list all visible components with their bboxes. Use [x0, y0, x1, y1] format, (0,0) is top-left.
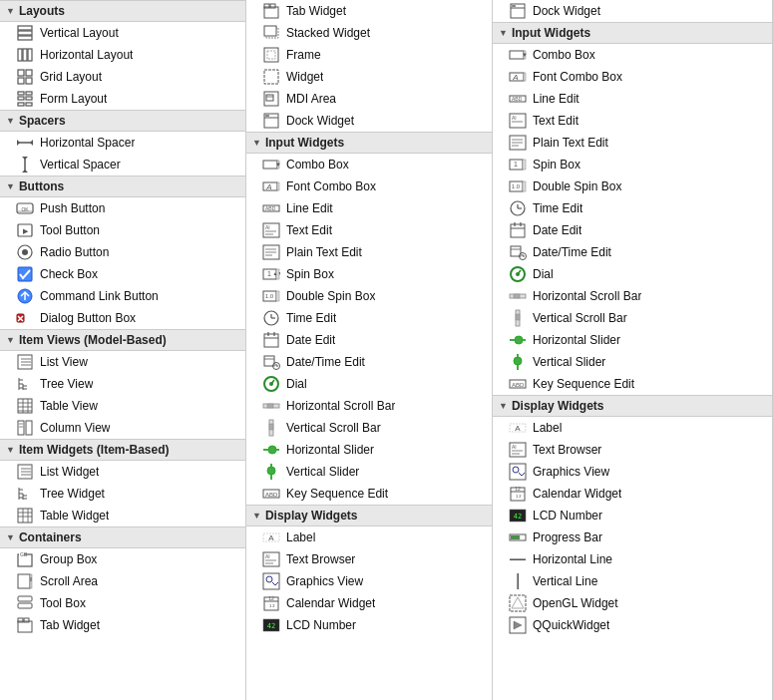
item-h-slider-p3[interactable]: Horizontal Slider — [493, 329, 772, 351]
item-table-view[interactable]: Table View — [0, 395, 245, 417]
item-tool-button[interactable]: ▶ Tool Button — [0, 219, 245, 241]
item-radio-button[interactable]: Radio Button — [0, 241, 245, 263]
item-text-edit-p3[interactable]: AI Text Edit — [493, 110, 772, 132]
item-date-edit-p2[interactable]: Date Edit — [246, 329, 492, 351]
item-text-browser-p3[interactable]: AI Text Browser — [493, 439, 772, 461]
item-dialog-button-box[interactable]: Dialog Button Box — [0, 307, 245, 329]
item-key-sequence-p3[interactable]: ABD Key Sequence Edit — [493, 373, 772, 395]
item-v-line-p3[interactable]: Vertical Line — [493, 570, 772, 592]
item-v-slider-p3[interactable]: Vertical Slider — [493, 351, 772, 373]
item-qquick-widget-p3[interactable]: QQuickWidget — [493, 614, 772, 636]
item-grid-layout[interactable]: Grid Layout — [0, 66, 245, 88]
item-vertical-spacer[interactable]: Vertical Spacer — [0, 154, 245, 175]
item-h-slider-p2[interactable]: Horizontal Slider — [246, 439, 492, 461]
item-dial-p2[interactable]: Dial — [246, 373, 492, 395]
item-plain-text-edit-p2[interactable]: Plain Text Edit — [246, 241, 492, 263]
datetime-edit-icon-p3 — [509, 243, 527, 261]
item-list-widget[interactable]: List Widget — [0, 461, 245, 483]
item-dock-widget-p3[interactable]: Dock Widget — [493, 0, 772, 22]
svg-rect-8 — [18, 78, 24, 84]
section-containers[interactable]: ▼ Containers — [0, 526, 245, 548]
item-v-scroll-bar-p3[interactable]: Vertical Scroll Bar — [493, 307, 772, 329]
item-graphics-view-p2[interactable]: Graphics View — [246, 570, 492, 592]
item-calendar-widget-p3[interactable]: 121 2 Calendar Widget — [493, 483, 772, 505]
item-column-view[interactable]: Column View — [0, 417, 245, 439]
item-label-p2[interactable]: A Label — [246, 526, 492, 548]
item-graphics-view-p3[interactable]: Graphics View — [493, 461, 772, 483]
item-line-edit-p3[interactable]: ABD Line Edit — [493, 88, 772, 110]
section-display-p3[interactable]: ▼ Display Widgets — [493, 395, 772, 417]
time-edit-icon-p3 — [509, 199, 527, 217]
item-widget[interactable]: Widget — [246, 66, 492, 88]
item-combo-box-p3[interactable]: ▼ Combo Box — [493, 44, 772, 66]
item-calendar-widget-p2[interactable]: 121 2 Calendar Widget — [246, 592, 492, 614]
section-item-views[interactable]: ▼ Item Views (Model-Based) — [0, 329, 245, 351]
item-font-combo-box-p2[interactable]: A Font Combo Box — [246, 175, 492, 197]
section-buttons[interactable]: ▼ Buttons — [0, 175, 245, 197]
item-horizontal-layout[interactable]: Horizontal Layout — [0, 44, 245, 66]
item-h-scroll-bar-p2[interactable]: Horizontal Scroll Bar — [246, 395, 492, 417]
item-v-slider-p2[interactable]: Vertical Slider — [246, 461, 492, 483]
section-display-p2[interactable]: ▼ Display Widgets — [246, 505, 492, 526]
v-slider-label-p3: Vertical Slider — [533, 355, 605, 369]
item-push-button[interactable]: OK Push Button — [0, 197, 245, 219]
section-layouts[interactable]: ▼ Layouts — [0, 0, 245, 22]
item-date-edit-p3[interactable]: Date Edit — [493, 219, 772, 241]
item-font-combo-box-p3[interactable]: A Font Combo Box — [493, 66, 772, 88]
item-check-box[interactable]: Check Box — [0, 263, 245, 285]
item-time-edit-p3[interactable]: Time Edit — [493, 197, 772, 219]
item-progress-bar-p3[interactable]: Progress Bar — [493, 526, 772, 548]
check-box-icon — [16, 265, 34, 283]
tree-widget-icon — [16, 485, 34, 503]
item-tree-widget[interactable]: Tree Widget — [0, 483, 245, 505]
item-h-line-p3[interactable]: Horizontal Line — [493, 548, 772, 570]
item-h-scroll-bar-p3[interactable]: Horizontal Scroll Bar — [493, 285, 772, 307]
item-datetime-edit-p3[interactable]: Date/Time Edit — [493, 241, 772, 263]
item-group-box[interactable]: GB Group Box — [0, 548, 245, 570]
item-key-sequence-p2[interactable]: ABD Key Sequence Edit — [246, 483, 492, 505]
item-spin-box-p2[interactable]: ▲▼1 Spin Box — [246, 263, 492, 285]
svg-rect-5 — [28, 49, 32, 61]
item-form-layout[interactable]: Form Layout — [0, 88, 245, 110]
item-frame[interactable]: Frame — [246, 44, 492, 66]
section-input-p3[interactable]: ▼ Input Widgets — [493, 22, 772, 44]
item-list-view[interactable]: List View — [0, 351, 245, 373]
item-spin-box-p3[interactable]: 1 Spin Box — [493, 154, 772, 175]
item-table-widget[interactable]: Table Widget — [0, 505, 245, 526]
item-double-spin-box-p2[interactable]: 1.0 Double Spin Box — [246, 285, 492, 307]
item-lcd-number-p2[interactable]: 42 LCD Number — [246, 614, 492, 636]
item-text-browser-p2[interactable]: AI Text Browser — [246, 548, 492, 570]
item-plain-text-edit-p3[interactable]: Plain Text Edit — [493, 132, 772, 154]
item-opengl-widget-p3[interactable]: OpenGL Widget — [493, 592, 772, 614]
dock-widget-label-p2: Dock Widget — [286, 114, 354, 128]
item-scroll-area[interactable]: Scroll Area — [0, 570, 245, 592]
item-vertical-layout[interactable]: Vertical Layout — [0, 22, 245, 44]
item-label-p3[interactable]: A Label — [493, 417, 772, 439]
item-mdi-area[interactable]: MDI Area — [246, 88, 492, 110]
section-spacers[interactable]: ▼ Spacers — [0, 110, 245, 132]
mdi-area-icon — [262, 90, 280, 108]
item-stacked-widget[interactable]: Stacked Widget — [246, 22, 492, 44]
item-combo-box-p2[interactable]: ▼ Combo Box — [246, 154, 492, 175]
item-tree-view[interactable]: Tree View — [0, 373, 245, 395]
section-item-widgets[interactable]: ▼ Item Widgets (Item-Based) — [0, 439, 245, 461]
item-tab-widget[interactable]: Tab Widget — [0, 614, 245, 636]
table-widget-icon — [16, 507, 34, 525]
item-horizontal-spacer[interactable]: Horizontal Spacer — [0, 132, 245, 154]
item-command-link-button[interactable]: Command Link Button — [0, 285, 245, 307]
svg-rect-199 — [514, 294, 520, 298]
item-double-spin-box-p3[interactable]: 1.0 Double Spin Box — [493, 175, 772, 197]
section-input-p2[interactable]: ▼ Input Widgets — [246, 132, 492, 154]
item-v-scroll-bar-p2[interactable]: Vertical Scroll Bar — [246, 417, 492, 439]
item-lcd-number-p3[interactable]: 42 LCD Number — [493, 505, 772, 526]
item-line-edit-p2[interactable]: ABD Line Edit — [246, 197, 492, 219]
item-dial-p3[interactable]: Dial — [493, 263, 772, 285]
dial-icon-p3 — [509, 265, 527, 283]
item-text-edit-p2[interactable]: AI Text Edit — [246, 219, 492, 241]
item-time-edit-p2[interactable]: Time Edit — [246, 307, 492, 329]
item-datetime-edit-p2[interactable]: Date/Time Edit — [246, 351, 492, 373]
item-dock-widget-p2[interactable]: Dock Widget — [246, 110, 492, 132]
dial-label-p2: Dial — [286, 377, 307, 391]
item-tab-widget-2[interactable]: Tab Widget — [246, 0, 492, 22]
item-tool-box[interactable]: Tool Box — [0, 592, 245, 614]
